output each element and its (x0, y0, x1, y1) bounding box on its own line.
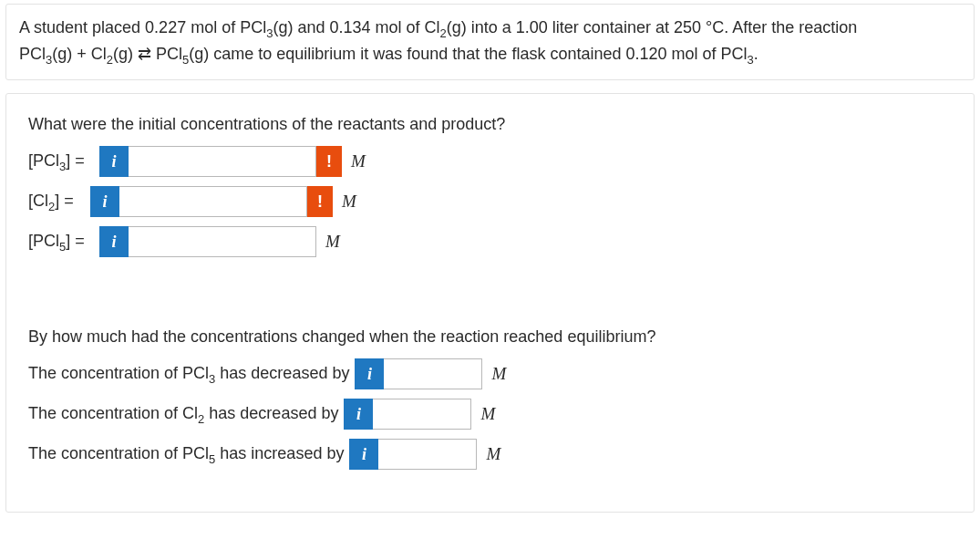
q2-label-cl2: The concentration of Cl2 has decreased b… (28, 401, 338, 428)
problem-statement-panel: A student placed 0.227 mol of PCl3(g) an… (5, 4, 975, 80)
text: ] = (66, 151, 85, 170)
value-eq-mol: 0.120 (625, 45, 666, 63)
subscript: 2 (107, 53, 113, 67)
error-icon: ! (316, 146, 342, 177)
text: ] = (66, 232, 85, 250)
text: PCl (151, 45, 182, 63)
unit-label: M (351, 149, 366, 175)
q2-input-pcl5[interactable] (378, 439, 477, 470)
text: (g) into a (447, 18, 516, 36)
q2-label-pcl5: The concentration of PCl5 has increased … (28, 441, 344, 468)
q1-label-cl2: [Cl2] = (28, 189, 90, 215)
q2-row-cl2: The concentration of Cl2 has decreased b… (28, 399, 952, 430)
text: A student placed (19, 18, 145, 36)
text: has decreased by (204, 404, 338, 422)
text: mol of Cl (371, 18, 440, 36)
text: has increased by (215, 444, 344, 462)
unit-label: M (486, 441, 500, 468)
text: The concentration of PCl (28, 364, 209, 382)
info-icon[interactable]: i (99, 226, 129, 257)
error-icon: ! (307, 186, 333, 217)
info-icon[interactable]: i (90, 186, 119, 217)
text: mol of PCl (186, 18, 266, 36)
text: PCl (19, 45, 46, 63)
problem-line-2: PCl3(g) + Cl2(g) ⇄ PCl5(g) came to equil… (19, 42, 961, 68)
spacer (28, 266, 952, 325)
unit-label: M (342, 189, 356, 215)
text: mol of PCl (667, 45, 748, 63)
q1-input-pcl3[interactable] (129, 146, 316, 177)
subscript: 2 (440, 26, 447, 40)
unit-label: M (480, 401, 495, 428)
text: [PCl (28, 151, 59, 170)
q1-input-pcl5[interactable] (129, 226, 316, 257)
q1-row-pcl3: [PCl3] = i ! M (28, 146, 952, 177)
text: °C. After the reaction (701, 18, 857, 36)
subscript: 3 (748, 53, 754, 67)
text: The concentration of Cl (28, 404, 198, 422)
q2-row-pcl3: The concentration of PCl3 has decreased … (28, 358, 952, 389)
text: (g) and (273, 18, 329, 36)
text: . (754, 45, 758, 63)
text: (g) (113, 45, 138, 63)
text: (g) + Cl (52, 45, 107, 63)
q1-label-pcl5: [PCl5] = (28, 229, 99, 255)
equilibrium-arrow-icon: ⇄ (138, 45, 151, 63)
info-icon[interactable]: i (99, 146, 129, 177)
q1-label-pcl3: [PCl3] = (28, 149, 99, 175)
value-mol-cl2: 0.134 (329, 18, 370, 36)
text: [PCl (28, 232, 59, 250)
text: The concentration of PCl (28, 444, 209, 462)
unit-label: M (491, 361, 506, 388)
q1-row-pcl5: [PCl5] = i M (28, 226, 952, 257)
value-temp: 250 (674, 18, 701, 36)
q1-row-cl2: [Cl2] = i ! M (28, 186, 952, 217)
text: (g) came to equilibrium it was found tha… (189, 45, 625, 63)
q1-prompt: What were the initial concentrations of … (28, 112, 952, 137)
q2-input-cl2[interactable] (373, 399, 471, 430)
q2-row-pcl5: The concentration of PCl5 has increased … (28, 439, 952, 470)
q2-prompt: By how much had the concentrations chang… (28, 325, 952, 349)
text: [Cl (28, 192, 48, 210)
info-icon[interactable]: i (344, 399, 373, 430)
info-icon[interactable]: i (355, 358, 384, 389)
value-volume: 1.00 (516, 18, 548, 36)
info-icon[interactable]: i (349, 439, 378, 470)
value-mol-pcl3: 0.227 (145, 18, 186, 36)
problem-line-1: A student placed 0.227 mol of PCl3(g) an… (19, 16, 961, 42)
unit-label: M (325, 229, 340, 255)
question-panel: What were the initial concentrations of … (5, 93, 975, 513)
q1-input-cl2[interactable] (119, 186, 307, 217)
text: liter container at (548, 18, 674, 36)
text: has decreased by (215, 364, 349, 382)
q2-input-pcl3[interactable] (384, 358, 482, 389)
q2-label-pcl3: The concentration of PCl3 has decreased … (28, 361, 349, 388)
text: ] = (55, 192, 74, 210)
